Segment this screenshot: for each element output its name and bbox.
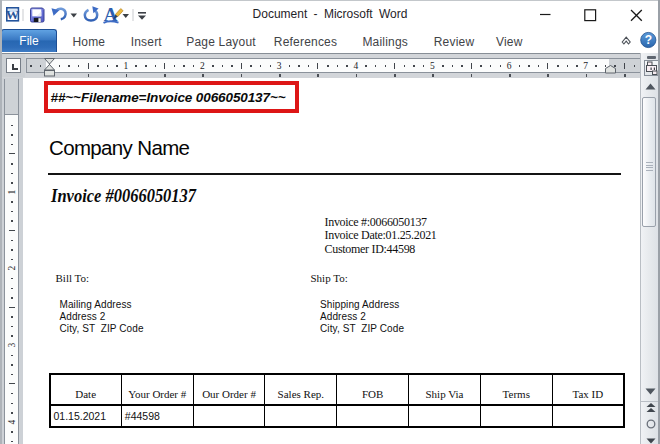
ruler-number: 6	[507, 61, 512, 71]
previous-page-button[interactable]	[646, 403, 656, 414]
right-indent-marker[interactable]	[605, 65, 616, 74]
redo-icon[interactable]	[85, 6, 99, 20]
ruler-number: 4	[8, 419, 17, 424]
scroll-up-arrow[interactable]	[645, 83, 656, 91]
tab-file[interactable]: File	[1, 29, 57, 52]
ruler-tick	[298, 65, 300, 67]
window-frame-top	[0, 0, 660, 1]
ruler-number: 3	[277, 61, 282, 71]
ruler-tick	[547, 63, 548, 69]
ruler-halfinch-tick	[471, 74, 473, 78]
thumb-grip	[646, 162, 653, 163]
vertical-ruler[interactable]: 1234	[4, 79, 19, 444]
scroll-down-arrow[interactable]	[645, 388, 656, 396]
filename-text: ##~~Filename=Invoice 0066050137~~	[51, 90, 286, 105]
company-name: Company Name	[49, 137, 189, 158]
tab-page-layout[interactable]: Page Layout	[186, 33, 256, 52]
close-button[interactable]	[620, 0, 650, 28]
ruler-tick	[423, 65, 425, 67]
undo-dropdown-arrow[interactable]	[71, 14, 78, 18]
ruler-tick	[78, 65, 80, 67]
ruler-tick	[11, 259, 13, 261]
ruler-halfinch-tick	[624, 74, 626, 78]
svg-text:W: W	[6, 7, 20, 22]
minimize-button[interactable]	[530, 0, 560, 28]
ruler-number: 2	[200, 61, 205, 71]
table-header-cell: Terms	[480, 374, 552, 405]
bill-to-label: Bill To:	[56, 272, 90, 284]
shipping-address: Shipping AddressAddress 2City, ST ZIP Co…	[320, 299, 404, 335]
tab-references[interactable]: References	[274, 33, 337, 52]
maximize-button[interactable]	[575, 0, 605, 28]
ruler-tick	[68, 65, 70, 67]
undo-icon[interactable]	[52, 8, 66, 19]
ship-to-label: Ship To:	[311, 272, 348, 284]
title-bar: Document - Microsoft Word W A	[0, 0, 660, 28]
vertical-scrollbar[interactable]	[640, 53, 658, 444]
customize-quick-access-icon[interactable]	[138, 12, 146, 20]
ruler-halfinch-tick	[202, 74, 204, 78]
tab-mailings[interactable]: Mailings	[362, 33, 408, 52]
ruler-tick	[317, 63, 318, 69]
tab-selector[interactable]	[0, 54, 25, 77]
ruler-tick	[107, 65, 109, 67]
ruler-tick	[11, 134, 13, 136]
left-indent-markers[interactable]	[44, 58, 56, 77]
view-ruler-toggle[interactable]	[644, 60, 660, 76]
split-handle[interactable]	[647, 56, 656, 59]
ruler-row: 1234567	[0, 54, 640, 78]
word-app-icon[interactable]: W	[6, 7, 20, 22]
next-page-button[interactable]	[646, 438, 656, 444]
ruler-tick	[174, 65, 176, 67]
ruler-tick	[365, 65, 367, 67]
address-line: Mailing Address	[60, 299, 144, 311]
quick-access-toolbar: W A	[0, 0, 150, 28]
format-font-icon[interactable]: A	[104, 4, 124, 25]
invoice-table: DateYour Order #Our Order #Sales Rep.FOB…	[49, 373, 626, 429]
ruler-tick	[88, 63, 89, 69]
ruler-number: 3	[8, 343, 17, 348]
tab-review[interactable]: Review	[434, 33, 475, 52]
select-browse-object-button[interactable]	[646, 419, 656, 429]
ruler-tick	[59, 65, 61, 67]
document-page[interactable]: ##~~Filename=Invoice 0066050137~~ Compan…	[23, 78, 640, 444]
ruler-tick	[11, 288, 13, 290]
horizontal-ruler[interactable]: 1234567	[26, 58, 643, 73]
ruler-tick	[490, 65, 492, 67]
collapse-ribbon-icon[interactable]	[622, 37, 630, 44]
table-cell	[409, 405, 481, 428]
ruler-halfinch-tick	[279, 74, 281, 78]
ruler-tick	[212, 65, 214, 67]
tab-view[interactable]: View	[496, 33, 523, 52]
billing-address: Mailing AddressAddress 2City, ST ZIP Cod…	[60, 299, 144, 335]
ruler-tick	[135, 65, 137, 67]
ruler-tick	[11, 441, 13, 443]
ruler-tick	[270, 65, 272, 67]
ruler-number: 4	[353, 61, 358, 71]
scrollbar-thumb[interactable]	[642, 97, 656, 227]
ruler-tick	[97, 65, 99, 67]
ruler-tick	[576, 65, 578, 67]
thumb-grip	[646, 165, 653, 166]
save-icon[interactable]	[31, 8, 45, 22]
ruler-halfinch-tick	[547, 74, 549, 78]
ruler-tick	[222, 65, 224, 67]
ruler-halfinch-tick	[394, 74, 396, 78]
ruler-tick	[480, 65, 482, 67]
invoice-meta: Invoice #:0066050137Invoice Date:01.25.2…	[325, 216, 437, 257]
ruler-halfinch-tick	[126, 74, 128, 78]
document-area: 1234 ##~~Filename=Invoice 0066050137~~ C…	[0, 78, 660, 444]
ruler-tick	[11, 249, 13, 251]
font-dropdown-arrow[interactable]	[123, 14, 130, 18]
help-icon[interactable]: ?	[641, 32, 656, 47]
ruler-tick	[394, 63, 395, 69]
tab-home[interactable]: Home	[72, 33, 105, 52]
ruler-tick	[11, 326, 13, 328]
address-line: City, ST ZIP Code	[60, 323, 144, 335]
address-line: Address 2	[60, 311, 144, 323]
ruler-tick	[11, 412, 13, 414]
ruler-tick	[11, 431, 13, 433]
ruler-tick	[413, 65, 415, 67]
table-cell	[193, 405, 265, 428]
tab-insert[interactable]: Insert	[131, 33, 162, 52]
